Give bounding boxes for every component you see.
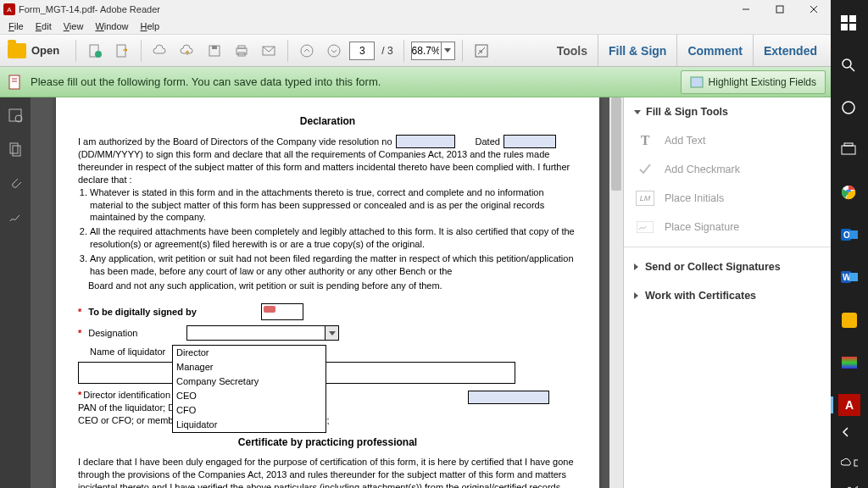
tab-tools[interactable]: Tools: [547, 35, 598, 66]
taskbar-app-word[interactable]: W: [831, 263, 868, 293]
start-button[interactable]: [831, 8, 868, 39]
page-up-icon[interactable]: [295, 39, 319, 63]
tray-battery-onedrive[interactable]: [831, 456, 868, 476]
window-close-button[interactable]: [797, 0, 831, 19]
open-button[interactable]: Open: [3, 38, 69, 64]
resolution-no-field[interactable]: [396, 135, 455, 148]
tab-fill-sign[interactable]: Fill & Sign: [598, 35, 676, 66]
panel-label: Work with Certificates: [645, 290, 756, 302]
combo-dropdown-button[interactable]: [325, 326, 338, 340]
separator: [403, 40, 404, 62]
save-cloud-icon[interactable]: [148, 39, 172, 63]
designation-dropdown-list[interactable]: Director Manager Company Secretary CEO C…: [172, 345, 326, 432]
document-viewport[interactable]: Declaration I am authorized by the Board…: [31, 97, 623, 488]
separator: [75, 40, 76, 62]
right-tab-bar: Tools Fill & Sign Comment Extended: [547, 35, 827, 66]
task-view-button[interactable]: [831, 136, 868, 166]
svg-rect-19: [691, 77, 703, 87]
tool-place-signature[interactable]: Place Signature: [624, 213, 831, 241]
export-pdf-icon[interactable]: [110, 39, 134, 63]
print-icon[interactable]: [230, 39, 253, 63]
cortana-button[interactable]: [831, 93, 868, 124]
menu-window[interactable]: Window: [90, 19, 133, 33]
page-number-input[interactable]: [349, 42, 375, 60]
taskbar-app-generic1[interactable]: [831, 305, 868, 336]
label-dated: Dated: [476, 136, 500, 148]
chrome-icon: [841, 185, 858, 202]
panel-heading-label: Fill & Sign Tools: [646, 106, 728, 118]
window-minimize-button[interactable]: [729, 0, 763, 19]
svg-rect-22: [10, 143, 18, 153]
option-ceo[interactable]: CEO: [173, 389, 326, 403]
create-pdf-icon[interactable]: [83, 39, 107, 63]
panel-certificates[interactable]: Work with Certificates: [624, 281, 831, 310]
taskbar-app-adobe-reader[interactable]: A: [831, 390, 868, 420]
battery-icon: [854, 460, 858, 466]
windows-taskbar: O W A ENG 22:53: [831, 0, 868, 488]
signatures-icon[interactable]: [6, 208, 25, 226]
email-icon[interactable]: [257, 39, 281, 63]
svg-rect-33: [844, 143, 853, 146]
page-down-icon[interactable]: [322, 39, 346, 63]
label-signed-by: To be digitally signed by: [88, 306, 197, 319]
separator: [462, 40, 463, 62]
tab-extended[interactable]: Extended: [753, 35, 827, 66]
word-icon: W: [841, 269, 858, 286]
label-designation: Designation: [88, 327, 137, 340]
svg-rect-16: [9, 75, 19, 89]
signature-icon: [636, 219, 654, 235]
tool-label: Place Initials: [665, 192, 724, 204]
text: Board and not any such application, writ…: [78, 280, 577, 292]
tool-place-initials[interactable]: LM Place Initials: [624, 184, 831, 213]
digital-signature-field[interactable]: [261, 303, 303, 320]
option-manager[interactable]: Manager: [173, 360, 326, 374]
taskbar-app-chrome[interactable]: [831, 178, 868, 208]
menu-file[interactable]: File: [3, 19, 29, 33]
tool-add-checkmark[interactable]: Add Checkmark: [624, 155, 831, 184]
tray-expand-button[interactable]: [831, 420, 868, 451]
pages-icon[interactable]: [6, 140, 25, 158]
thumbnails-icon[interactable]: [6, 106, 25, 125]
attachments-icon[interactable]: [6, 174, 25, 192]
read-mode-icon[interactable]: [470, 39, 493, 63]
scrollbar-thumb[interactable]: [611, 97, 621, 191]
svg-text:O: O: [843, 230, 850, 240]
option-cosec[interactable]: Company Secretary: [173, 374, 326, 389]
tool-add-text[interactable]: T Add Text: [624, 126, 831, 155]
list-item: Whatever is stated in this form and in t…: [90, 186, 577, 225]
save-icon[interactable]: [203, 39, 226, 63]
highlight-fields-button[interactable]: Highlight Existing Fields: [681, 70, 826, 94]
svg-rect-32: [842, 146, 855, 154]
text: I am authorized by the Board of Director…: [78, 136, 392, 148]
din-pan-field[interactable]: [468, 391, 549, 404]
upload-cloud-icon[interactable]: [175, 39, 199, 63]
dated-field[interactable]: [504, 135, 556, 148]
vertical-scrollbar[interactable]: [609, 97, 623, 488]
tray-network-volume[interactable]: [831, 481, 868, 488]
taskbar-app-generic2[interactable]: [831, 347, 868, 378]
menu-view[interactable]: View: [58, 19, 89, 33]
chevron-left-icon: [841, 427, 858, 444]
svg-point-14: [328, 45, 340, 57]
option-director[interactable]: Director: [173, 346, 326, 360]
outlook-icon: O: [841, 227, 858, 244]
toolbar: Open / 3 Tools Fill & Sign Comment Exten…: [0, 35, 831, 67]
taskbar-app-outlook[interactable]: O: [831, 220, 868, 251]
panel-heading-fill-sign[interactable]: Fill & Sign Tools: [624, 97, 831, 126]
label-name-liquidator: Name of liquidator: [90, 346, 165, 358]
svg-rect-41: [849, 273, 858, 281]
search-button[interactable]: [831, 51, 868, 81]
tab-comment[interactable]: Comment: [676, 35, 753, 66]
panel-send-collect[interactable]: Send or Collect Signatures: [624, 252, 831, 281]
menu-help[interactable]: Help: [136, 19, 165, 33]
heading-declaration: Declaration: [78, 114, 577, 128]
option-cfo[interactable]: CFO: [173, 403, 326, 418]
search-icon: [841, 58, 858, 75]
window-maximize-button[interactable]: [763, 0, 797, 19]
option-liquidator[interactable]: Liquidator: [173, 418, 326, 432]
zoom-dropdown-button[interactable]: [441, 42, 454, 59]
svg-point-13: [301, 45, 313, 57]
fill-sign-panel: Fill & Sign Tools T Add Text Add Checkma…: [623, 97, 831, 488]
menu-edit[interactable]: Edit: [31, 19, 57, 33]
designation-combo[interactable]: [186, 325, 339, 341]
